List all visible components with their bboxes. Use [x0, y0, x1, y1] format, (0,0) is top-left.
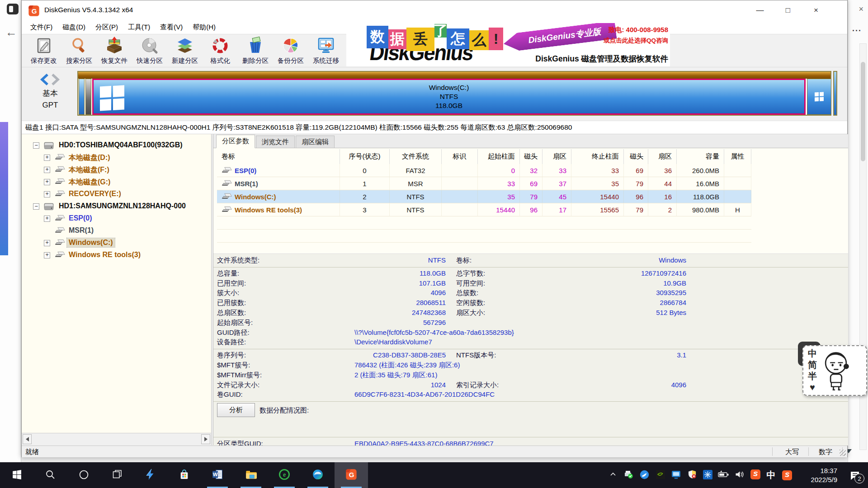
taskbar-clock[interactable]: 18:37 2022/5/9: [795, 466, 842, 484]
tray-printer[interactable]: [621, 462, 637, 488]
taskbar-file-explorer[interactable]: [234, 462, 268, 488]
taskbar-search[interactable]: [33, 462, 67, 488]
column-header[interactable]: 扇区: [648, 149, 677, 164]
column-header[interactable]: 卷标: [217, 149, 340, 164]
expand-icon[interactable]: +: [44, 179, 50, 185]
menu-help[interactable]: 帮助(H): [188, 21, 221, 33]
taskbar-edge[interactable]: [301, 462, 335, 488]
background-close-icon[interactable]: ×: [859, 5, 863, 14]
tab-browse-files[interactable]: 浏览文件: [256, 136, 295, 148]
sidebar-item[interactable]: +ESP(0): [22, 213, 211, 225]
disk-bar-overflow[interactable]: [833, 71, 837, 116]
tray-nvidia[interactable]: [652, 462, 668, 488]
sogou-tray-icon[interactable]: [779, 462, 795, 488]
tree-horizontal-scrollbar[interactable]: [22, 433, 212, 445]
taskbar-flash-app[interactable]: [134, 462, 167, 488]
sidebar-item[interactable]: MSR(1): [22, 225, 211, 237]
collapse-icon[interactable]: −: [33, 203, 39, 210]
sidebar-item[interactable]: −HD0:TOSHIBAMQ04ABF100(932GB): [22, 140, 211, 152]
partition-block-msr[interactable]: [85, 79, 91, 115]
partition-row[interactable]: MSR(1)1MSR33693735794416.0MB: [217, 177, 751, 190]
minimize-button[interactable]: —: [746, 0, 774, 20]
menu-file[interactable]: 文件(F): [25, 21, 57, 33]
tray-volume[interactable]: [731, 462, 747, 488]
toolbar-migrate-system-button[interactable]: 系统迁移: [308, 34, 344, 67]
expand-icon[interactable]: +: [44, 252, 50, 258]
toolbar-recover-files-button[interactable]: 恢复文件: [97, 34, 132, 67]
toolbar-save-changes-button[interactable]: 保存更改: [26, 34, 61, 67]
tray-defender[interactable]: [684, 462, 700, 488]
column-header[interactable]: 终止柱面: [571, 149, 624, 164]
taskbar-cortana[interactable]: [67, 462, 100, 488]
toolbar-search-partition-button[interactable]: 搜索分区: [61, 34, 97, 67]
resize-grip[interactable]: [840, 450, 846, 456]
sidebar-item[interactable]: +Windows(C:): [22, 237, 211, 249]
taskbar-store[interactable]: [167, 462, 201, 488]
toolbar-format-button[interactable]: 格式化: [203, 34, 238, 67]
taskbar-start[interactable]: [0, 462, 33, 488]
sidebar-item[interactable]: +本地磁盘(G:): [22, 176, 211, 188]
sidebar-item[interactable]: +Windows RE tools(3): [22, 249, 211, 262]
sidebar-item[interactable]: +本地磁盘(F:): [22, 164, 211, 176]
tray-expand[interactable]: [605, 462, 621, 488]
expand-icon[interactable]: +: [44, 155, 50, 161]
browser-tab-icon[interactable]: [7, 4, 19, 14]
partition-row[interactable]: Windows(C:)2NTFS357945154409616118.0GB: [217, 190, 751, 203]
tray-intel[interactable]: [668, 462, 684, 488]
maximize-button[interactable]: □: [774, 0, 802, 20]
back-arrow-icon[interactable]: ←: [5, 25, 17, 39]
toolbar-quick-partition-button[interactable]: 快速分区: [132, 34, 167, 67]
action-center-button[interactable]: 2: [842, 462, 868, 488]
column-header[interactable]: 起始柱面: [478, 149, 520, 164]
collapse-icon[interactable]: −: [33, 142, 39, 149]
column-header[interactable]: 标识: [442, 149, 478, 164]
expand-icon[interactable]: +: [44, 191, 50, 197]
disk-prev-next-icons[interactable]: [38, 73, 62, 86]
ime-indicator[interactable]: 中: [763, 462, 779, 488]
partition-block-re-tools[interactable]: [807, 79, 831, 115]
more-menu-icon[interactable]: ···: [852, 26, 862, 36]
scrollbar-thumb[interactable]: [861, 62, 865, 161]
taskbar-browser-green-e[interactable]: e: [268, 462, 301, 488]
analyze-button[interactable]: 分析: [217, 403, 255, 417]
tray-power[interactable]: [716, 462, 731, 488]
column-header[interactable]: 属性: [724, 149, 751, 164]
tab-partition-params[interactable]: 分区参数: [216, 135, 255, 148]
tray-freeze[interactable]: [700, 462, 716, 488]
tray-tim[interactable]: [637, 462, 652, 488]
menu-tools[interactable]: 工具(T): [123, 21, 155, 33]
column-header[interactable]: 文件系统: [390, 149, 442, 164]
partition-block-windows-c[interactable]: Windows(C:) NTFS 118.0GB: [92, 79, 806, 115]
tab-sector-edit[interactable]: 扇区编辑: [296, 136, 335, 148]
expand-icon[interactable]: +: [44, 240, 50, 246]
column-header[interactable]: 扇区: [542, 149, 571, 164]
menu-view[interactable]: 查看(V): [155, 21, 188, 33]
menu-partition[interactable]: 分区(P): [90, 21, 123, 33]
partition-row[interactable]: ESP(0)0FAT3203233336936260.0MB: [217, 164, 751, 177]
column-header[interactable]: 磁头: [520, 149, 542, 164]
sidebar-item[interactable]: +RECOVERY(E:): [22, 188, 211, 201]
column-header[interactable]: 序号(状态): [340, 149, 390, 164]
tray-sogou[interactable]: [747, 462, 763, 488]
taskbar-diskgenius[interactable]: G: [335, 462, 368, 488]
column-header[interactable]: 磁头: [624, 149, 648, 164]
expand-icon[interactable]: +: [44, 167, 50, 173]
sidebar-item[interactable]: +本地磁盘(D:): [22, 152, 211, 164]
banner-ad[interactable]: 数据丢了怎么! DiskGenius DiskGenius专业版 致电: 400…: [346, 23, 670, 66]
sidebar-item[interactable]: −HD1:SAMSUNGMZNLN128HAHQ-000: [22, 201, 211, 213]
expand-icon[interactable]: +: [44, 216, 50, 222]
disk-bar-header[interactable]: [78, 72, 830, 79]
menu-disk[interactable]: 磁盘(D): [57, 21, 90, 33]
toolbar-new-partition-button[interactable]: 新建分区: [167, 34, 203, 67]
taskbar-word[interactable]: W: [201, 462, 234, 488]
partition-row[interactable]: Windows RE tools(3)3NTFS1544096171556579…: [217, 203, 751, 216]
scroll-right-icon[interactable]: [201, 434, 210, 444]
taskbar-task-view[interactable]: [100, 462, 134, 488]
banner-qq-link[interactable]: 或点击此处选择QQ咨询: [604, 37, 668, 45]
toolbar-backup-partition-button[interactable]: 备份分区: [273, 34, 308, 67]
column-header[interactable]: 容量: [677, 149, 724, 164]
close-button[interactable]: ×: [802, 0, 830, 20]
toolbar-delete-partition-button[interactable]: 删除分区: [238, 34, 273, 67]
scroll-left-icon[interactable]: [23, 434, 32, 444]
partition-block-esp[interactable]: [79, 79, 85, 115]
